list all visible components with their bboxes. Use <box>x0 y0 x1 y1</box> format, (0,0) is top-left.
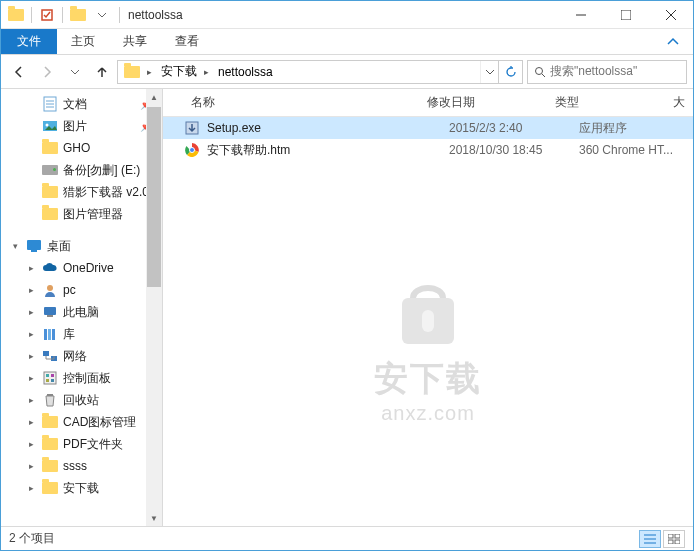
navigation-tree: 文档 📌 图片 📌 GHO 备份[勿删] (E:) 猎影下载器 v2.0 图片管 <box>1 89 163 526</box>
file-date: 2018/10/30 18:45 <box>441 143 571 157</box>
tab-view[interactable]: 查看 <box>161 29 213 54</box>
ribbon-expand-button[interactable] <box>653 29 693 54</box>
qat-folder-button[interactable] <box>67 4 89 26</box>
tree-item[interactable]: 图片管理器 <box>1 203 162 225</box>
drive-icon <box>41 161 59 179</box>
up-button[interactable] <box>91 61 113 83</box>
tree-item[interactable]: ▸ 回收站 <box>1 389 162 411</box>
breadcrumb-1[interactable]: nettoolssa <box>212 61 277 83</box>
view-icons-button[interactable] <box>663 530 685 548</box>
watermark: 安下载 anxz.com <box>374 277 482 424</box>
column-header-size[interactable]: 大 <box>665 94 693 111</box>
scroll-up-button[interactable]: ▲ <box>146 89 162 105</box>
tree-item[interactable]: ▸ 安下载 <box>1 477 162 499</box>
file-row[interactable]: 安下载帮助.htm 2018/10/30 18:45 360 Chrome HT… <box>163 139 693 161</box>
address-dropdown-button[interactable] <box>480 61 498 83</box>
expander-icon[interactable]: ▸ <box>25 307 37 317</box>
tab-home[interactable]: 主页 <box>57 29 109 54</box>
back-button[interactable] <box>7 60 31 84</box>
breadcrumb-root-icon[interactable] <box>118 61 144 83</box>
chevron-right-icon[interactable]: ▸ <box>144 67 155 77</box>
svg-rect-43 <box>675 540 680 544</box>
tree-item[interactable]: ▸ 网络 <box>1 345 162 367</box>
svg-rect-13 <box>27 240 41 250</box>
column-header-type[interactable]: 类型 <box>547 94 665 111</box>
qat-properties-button[interactable] <box>36 4 58 26</box>
svg-rect-20 <box>52 329 55 340</box>
expander-icon[interactable]: ▸ <box>25 395 37 405</box>
pc-icon <box>41 303 59 321</box>
file-row[interactable]: Setup.exe 2015/2/3 2:40 应用程序 <box>163 117 693 139</box>
expander-icon[interactable]: ▸ <box>25 461 37 471</box>
minimize-button[interactable] <box>558 1 603 29</box>
chevron-right-icon[interactable]: ▸ <box>201 67 212 77</box>
tree-scrollbar[interactable]: ▲ ▼ <box>146 89 162 526</box>
tree-item-label: 回收站 <box>63 392 99 409</box>
status-item-count: 2 个项目 <box>9 530 55 547</box>
tree-item-label: 网络 <box>63 348 87 365</box>
tree-item[interactable]: 文档 📌 <box>1 93 162 115</box>
tree-item-label: OneDrive <box>63 261 114 275</box>
file-date: 2015/2/3 2:40 <box>441 121 571 135</box>
scroll-down-button[interactable]: ▼ <box>146 510 162 526</box>
file-tab[interactable]: 文件 <box>1 29 57 54</box>
tree-item[interactable]: ▸ pc <box>1 279 162 301</box>
tree-item-label: PDF文件夹 <box>63 436 123 453</box>
tree-item[interactable]: ▸ PDF文件夹 <box>1 433 162 455</box>
svg-rect-19 <box>48 329 51 340</box>
folder-icon <box>41 457 59 475</box>
view-details-button[interactable] <box>639 530 661 548</box>
tree-item[interactable]: ▾ 桌面 <box>1 235 162 257</box>
expander-icon[interactable]: ▸ <box>25 263 37 273</box>
expander-icon[interactable]: ▾ <box>9 241 21 251</box>
tree-item[interactable]: ▸ ssss <box>1 455 162 477</box>
svg-rect-28 <box>51 374 54 377</box>
scroll-thumb[interactable] <box>147 107 161 287</box>
maximize-button[interactable] <box>603 1 648 29</box>
svg-rect-18 <box>44 329 47 340</box>
tree-item[interactable]: GHO <box>1 137 162 159</box>
quick-access-toolbar <box>1 4 117 26</box>
tree-item[interactable]: ▸ 库 <box>1 323 162 345</box>
tab-share[interactable]: 共享 <box>109 29 161 54</box>
tree-item[interactable]: ▸ OneDrive <box>1 257 162 279</box>
expander-icon[interactable]: ▸ <box>25 483 37 493</box>
svg-rect-2 <box>621 10 631 20</box>
tree-item[interactable]: 猎影下载器 v2.0 <box>1 181 162 203</box>
recent-locations-button[interactable] <box>63 60 87 84</box>
status-bar: 2 个项目 <box>1 526 693 550</box>
tree-item[interactable]: 备份[勿删] (E:) <box>1 159 162 181</box>
folder-icon <box>41 205 59 223</box>
file-list[interactable]: Setup.exe 2015/2/3 2:40 应用程序 安下载帮助.htm 2… <box>163 117 693 526</box>
app-icon[interactable] <box>5 4 27 26</box>
folder-icon <box>41 479 59 497</box>
expander-icon[interactable]: ▸ <box>25 285 37 295</box>
svg-rect-17 <box>47 315 53 317</box>
doc-icon <box>41 95 59 113</box>
search-input[interactable]: 搜索"nettoolssa" <box>527 60 687 84</box>
column-header-name[interactable]: 名称 <box>183 94 419 111</box>
tree-item[interactable]: ▸ 控制面板 <box>1 367 162 389</box>
expander-icon[interactable]: ▸ <box>25 373 37 383</box>
search-placeholder: 搜索"nettoolssa" <box>550 63 637 80</box>
expander-icon[interactable]: ▸ <box>25 417 37 427</box>
tree-item-label: CAD图标管理 <box>63 414 136 431</box>
tree-item-label: 库 <box>63 326 75 343</box>
expander-icon[interactable]: ▸ <box>25 439 37 449</box>
forward-button[interactable] <box>35 60 59 84</box>
file-pane: 名称 修改日期 类型 大 Setup.exe 2015/2/3 2:40 应用程… <box>163 89 693 526</box>
refresh-button[interactable] <box>498 61 522 83</box>
expander-icon[interactable]: ▸ <box>25 351 37 361</box>
svg-rect-41 <box>675 534 680 538</box>
tree-item[interactable]: ▸ 此电脑 <box>1 301 162 323</box>
tree-item[interactable]: ▸ CAD图标管理 <box>1 411 162 433</box>
tree-item-label: 控制面板 <box>63 370 111 387</box>
close-button[interactable] <box>648 1 693 29</box>
tree-item[interactable]: 图片 📌 <box>1 115 162 137</box>
qat-dropdown-button[interactable] <box>91 4 113 26</box>
expander-icon[interactable]: ▸ <box>25 329 37 339</box>
column-header-date[interactable]: 修改日期 <box>419 94 547 111</box>
breadcrumb-0[interactable]: 安下载 <box>155 61 201 83</box>
address-bar[interactable]: ▸ 安下载 ▸ nettoolssa <box>117 60 523 84</box>
folder-icon <box>41 435 59 453</box>
